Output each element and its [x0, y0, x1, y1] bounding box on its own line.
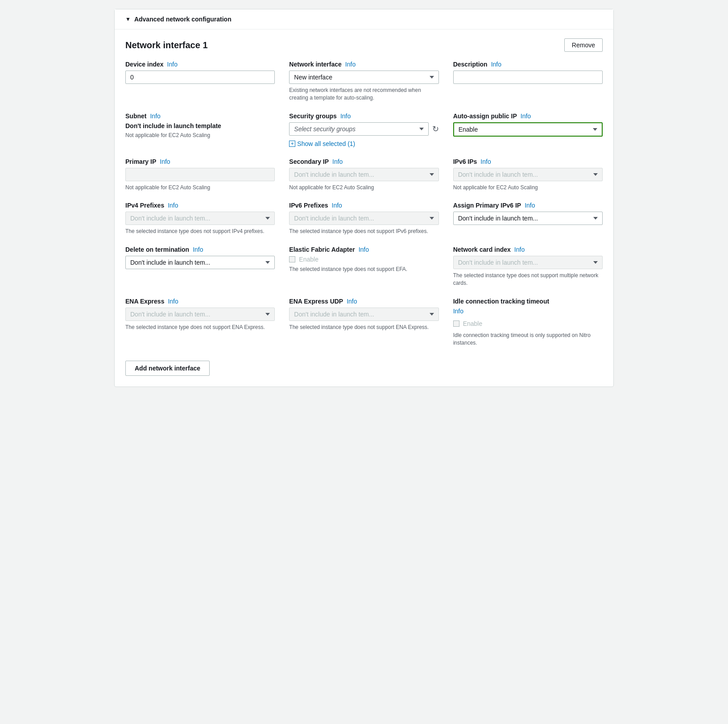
device-index-group: Device index Info	[125, 61, 275, 102]
description-input[interactable]	[453, 71, 603, 84]
row-4-fields: IPv4 Prefixes Info Don't include in laun…	[125, 202, 603, 235]
collapse-icon: ▼	[125, 16, 131, 22]
ipv6-prefixes-info[interactable]: Info	[332, 202, 342, 209]
auto-assign-ip-info[interactable]: Info	[521, 112, 531, 120]
description-info[interactable]: Info	[491, 61, 501, 68]
network-interface-info[interactable]: Info	[345, 61, 356, 68]
elastic-fabric-adapter-label-row: Elastic Fabric Adapter Info	[289, 246, 438, 253]
network-card-index-helper: The selected instance type does not supp…	[453, 272, 603, 287]
elastic-fabric-adapter-group: Elastic Fabric Adapter Info Enable The s…	[289, 246, 438, 287]
ena-express-udp-helper: The selected instance type does not supp…	[289, 324, 438, 331]
secondary-ip-label: Secondary IP	[289, 158, 329, 165]
interface-title-row: Network interface 1 Remove	[125, 38, 603, 52]
idle-connection-timeout-label: Idle connection tracking timeout	[453, 298, 549, 305]
secondary-ip-info[interactable]: Info	[332, 158, 343, 165]
device-index-label: Device index	[125, 61, 164, 68]
security-group-row: Select security groups ↻	[289, 122, 438, 136]
device-index-input[interactable]	[125, 71, 275, 84]
plus-icon: +	[289, 141, 295, 147]
secondary-ip-label-row: Secondary IP Info	[289, 158, 438, 165]
security-groups-label: Security groups	[289, 112, 337, 120]
ipv6-prefixes-label: IPv6 Prefixes	[289, 202, 328, 209]
ipv6-prefixes-select[interactable]: Don't include in launch tem...	[289, 212, 438, 225]
primary-ip-helper: Not applicable for EC2 Auto Scaling	[125, 184, 275, 191]
ena-express-udp-label-row: ENA Express UDP Info	[289, 298, 438, 305]
ipv6-ips-label: IPv6 IPs	[453, 158, 477, 165]
row-5-fields: Delete on termination Info Don't include…	[125, 246, 603, 287]
elastic-fabric-adapter-label: Elastic Fabric Adapter	[289, 246, 355, 253]
ena-express-helper: The selected instance type does not supp…	[125, 324, 275, 331]
remove-button[interactable]: Remove	[564, 38, 603, 52]
secondary-ip-group: Secondary IP Info Don't include in launc…	[289, 158, 438, 191]
add-network-interface-button[interactable]: Add network interface	[125, 361, 210, 376]
refresh-icon[interactable]: ↻	[432, 124, 439, 134]
description-label: Description	[453, 61, 488, 68]
ipv4-prefixes-label-row: IPv4 Prefixes Info	[125, 202, 275, 209]
secondary-ip-select[interactable]: Don't include in launch tem...	[289, 168, 438, 181]
ena-express-udp-info[interactable]: Info	[347, 298, 357, 305]
idle-connection-timeout-group: Idle connection tracking timeout Info En…	[453, 298, 603, 347]
section-title: Advanced network configuration	[134, 16, 232, 23]
ena-express-udp-select[interactable]: Don't include in launch tem...	[289, 308, 438, 321]
security-groups-group: Security groups Info Select security gro…	[289, 112, 438, 147]
ipv6-ips-select[interactable]: Don't include in launch tem...	[453, 168, 603, 181]
subnet-label: Subnet	[125, 112, 146, 120]
security-groups-select[interactable]: Select security groups	[289, 122, 428, 136]
add-interface-wrapper: Add network interface	[125, 357, 603, 376]
auto-assign-ip-label-row: Auto-assign public IP Info	[453, 112, 603, 120]
ipv4-prefixes-info[interactable]: Info	[168, 202, 178, 209]
network-card-index-select[interactable]: Don't include in launch tem...	[453, 256, 603, 269]
efa-enable-label: Enable	[299, 256, 318, 263]
ena-express-label-row: ENA Express Info	[125, 298, 275, 305]
network-interface-group: Network interface Info New interface Exi…	[289, 61, 438, 102]
ena-express-label: ENA Express	[125, 298, 164, 305]
ipv4-prefixes-select[interactable]: Don't include in launch tem...	[125, 212, 275, 225]
delete-on-termination-select[interactable]: Don't include in launch tem...	[125, 256, 275, 269]
network-interface-select[interactable]: New interface	[289, 71, 438, 84]
auto-assign-ip-select[interactable]: Enable Disable Don't include in launch t…	[453, 122, 603, 137]
ena-express-group: ENA Express Info Don't include in launch…	[125, 298, 275, 347]
ipv6-ips-label-row: IPv6 IPs Info	[453, 158, 603, 165]
efa-checkbox	[289, 256, 295, 262]
elastic-fabric-adapter-info[interactable]: Info	[359, 246, 369, 253]
delete-on-termination-label-row: Delete on termination Info	[125, 246, 275, 253]
network-card-index-label-row: Network card index Info	[453, 246, 603, 253]
ipv6-ips-helper: Not applicable for EC2 Auto Scaling	[453, 184, 603, 191]
network-card-index-info[interactable]: Info	[514, 246, 525, 253]
ipv4-prefixes-helper: The selected instance type does not supp…	[125, 228, 275, 235]
assign-primary-ipv6-info[interactable]: Info	[525, 202, 535, 209]
ena-express-info[interactable]: Info	[168, 298, 178, 305]
auto-assign-ip-label: Auto-assign public IP	[453, 112, 517, 120]
primary-ip-input	[125, 168, 275, 181]
network-interface-helper: Existing network interfaces are not reco…	[289, 87, 438, 102]
network-card-index-label: Network card index	[453, 246, 511, 253]
ipv6-prefixes-group: IPv6 Prefixes Info Don't include in laun…	[289, 202, 438, 235]
primary-ip-label-row: Primary IP Info	[125, 158, 275, 165]
network-interface-label-row: Network interface Info	[289, 61, 438, 68]
idle-timeout-checkbox	[453, 320, 459, 327]
ena-express-select[interactable]: Don't include in launch tem...	[125, 308, 275, 321]
idle-timeout-enable-label: Enable	[463, 320, 483, 327]
idle-connection-timeout-label-row: Idle connection tracking timeout	[453, 298, 603, 305]
primary-ip-info[interactable]: Info	[160, 158, 170, 165]
efa-checkbox-row: Enable	[289, 256, 438, 263]
ipv6-ips-info[interactable]: Info	[480, 158, 491, 165]
subnet-info[interactable]: Info	[150, 112, 160, 120]
row-6-fields: ENA Express Info Don't include in launch…	[125, 298, 603, 347]
row-2-fields: Subnet Info Don't include in launch temp…	[125, 112, 603, 147]
idle-connection-timeout-info[interactable]: Info	[453, 308, 603, 315]
device-index-label-row: Device index Info	[125, 61, 275, 68]
ipv6-ips-group: IPv6 IPs Info Don't include in launch te…	[453, 158, 603, 191]
auto-assign-ip-group: Auto-assign public IP Info Enable Disabl…	[453, 112, 603, 147]
assign-primary-ipv6-select[interactable]: Don't include in launch tem...	[453, 212, 603, 225]
ipv4-prefixes-group: IPv4 Prefixes Info Don't include in laun…	[125, 202, 275, 235]
security-groups-info[interactable]: Info	[340, 112, 351, 120]
security-group-select-wrapper: Select security groups	[289, 122, 428, 136]
primary-ip-label: Primary IP	[125, 158, 156, 165]
ena-express-udp-label: ENA Express UDP	[289, 298, 343, 305]
device-index-info[interactable]: Info	[167, 61, 178, 68]
delete-on-termination-info[interactable]: Info	[193, 246, 203, 253]
show-all-selected[interactable]: + Show all selected (1)	[289, 140, 438, 147]
assign-primary-ipv6-group: Assign Primary IPv6 IP Info Don't includ…	[453, 202, 603, 235]
show-all-label: Show all selected (1)	[297, 140, 355, 147]
